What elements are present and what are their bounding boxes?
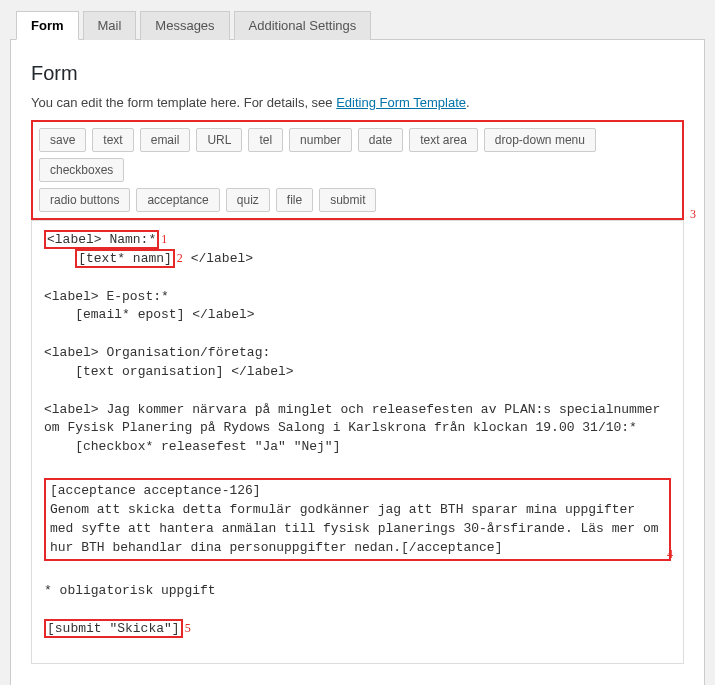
tag-text-button[interactable]: text xyxy=(92,128,133,152)
code-l5: <label> Organisation/företag: xyxy=(44,345,270,360)
annotation-1: 1 xyxy=(159,232,167,246)
tag-textarea-button[interactable]: text area xyxy=(409,128,478,152)
tag-number-button[interactable]: number xyxy=(289,128,352,152)
annotation-5: 5 xyxy=(183,621,191,635)
tab-form[interactable]: Form xyxy=(16,11,79,40)
tag-file-button[interactable]: file xyxy=(276,188,313,212)
code-l8: [checkbox* releasefest "Ja" "Nej"] xyxy=(44,439,340,454)
code-l7: <label> Jag kommer närvara på minglet oc… xyxy=(44,402,668,436)
highlight-text-namn: [text* namn] xyxy=(75,249,175,268)
form-template-editor[interactable]: <label> Namn:*1 [text* namn]2 </label> <… xyxy=(31,220,684,664)
code-l2b: </label> xyxy=(183,251,253,266)
tag-submit-button[interactable]: submit xyxy=(319,188,376,212)
tag-date-button[interactable]: date xyxy=(358,128,403,152)
tag-quiz-button[interactable]: quiz xyxy=(226,188,270,212)
editing-form-template-link[interactable]: Editing Form Template xyxy=(336,95,466,110)
code-l6: [text organisation] </label> xyxy=(44,364,294,379)
annotation-3: 3 xyxy=(690,207,696,222)
tag-row-1: save text email URL tel number date text… xyxy=(39,128,676,182)
tag-generator-box: save text email URL tel number date text… xyxy=(31,120,684,220)
tag-radio-button[interactable]: radio buttons xyxy=(39,188,130,212)
tab-mail[interactable]: Mail xyxy=(83,11,137,40)
tag-url-button[interactable]: URL xyxy=(196,128,242,152)
panel-desc-suffix: . xyxy=(466,95,470,110)
tab-bar: Form Mail Messages Additional Settings xyxy=(10,10,705,40)
annotation-4: 4 xyxy=(665,546,673,563)
panel-title: Form xyxy=(31,62,684,85)
code-l9: * obligatorisk uppgift xyxy=(44,583,216,598)
tag-save-button[interactable]: save xyxy=(39,128,86,152)
highlight-label-namn: <label> Namn:* xyxy=(44,230,159,249)
tag-email-button[interactable]: email xyxy=(140,128,191,152)
tag-dropdown-button[interactable]: drop-down menu xyxy=(484,128,596,152)
highlight-submit: [submit "Skicka"] xyxy=(44,619,183,638)
code-l4: [email* epost] </label> xyxy=(44,307,255,322)
tab-additional-settings[interactable]: Additional Settings xyxy=(234,11,372,40)
form-panel: Form You can edit the form template here… xyxy=(10,40,705,685)
tag-row-2: radio buttons acceptance quiz file submi… xyxy=(39,188,676,212)
highlight-acceptance-block: [acceptance acceptance-126] Genom att sk… xyxy=(44,478,671,561)
tab-messages[interactable]: Messages xyxy=(140,11,229,40)
tag-tel-button[interactable]: tel xyxy=(248,128,283,152)
panel-desc-text: You can edit the form template here. For… xyxy=(31,95,336,110)
tag-checkboxes-button[interactable]: checkboxes xyxy=(39,158,124,182)
tag-acceptance-button[interactable]: acceptance xyxy=(136,188,219,212)
code-l3: <label> E-post:* xyxy=(44,289,169,304)
panel-description: You can edit the form template here. For… xyxy=(31,95,684,110)
annotation-2: 2 xyxy=(175,251,183,265)
